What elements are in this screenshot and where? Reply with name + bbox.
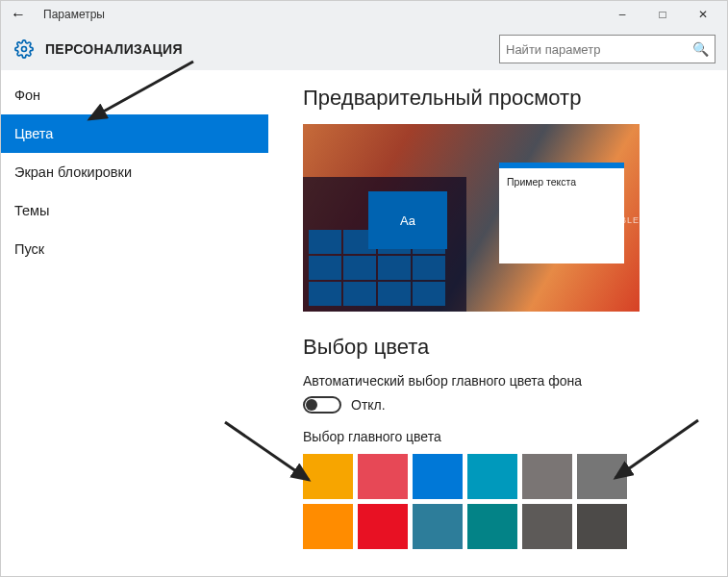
- color-swatch-0[interactable]: [303, 454, 353, 499]
- color-swatches: [303, 454, 630, 549]
- color-swatch-1[interactable]: [358, 454, 408, 499]
- header: ПЕРСОНАЛИЗАЦИЯ 🔍: [1, 28, 727, 70]
- color-swatch-3[interactable]: [467, 454, 517, 499]
- main-color-label: Выбор главного цвета: [303, 429, 727, 444]
- color-swatch-8[interactable]: [413, 504, 463, 549]
- search-icon[interactable]: 🔍: [691, 41, 709, 57]
- color-swatch-9[interactable]: [467, 504, 517, 549]
- color-swatch-4[interactable]: [522, 454, 572, 499]
- sidebar-item-colors[interactable]: Цвета: [1, 114, 268, 153]
- color-swatch-2[interactable]: [413, 454, 463, 499]
- search-input[interactable]: [506, 42, 691, 57]
- preview-heading: Предварительный просмотр: [303, 86, 727, 111]
- preview-accent-text: Aa: [400, 213, 415, 228]
- auto-accent-toggle[interactable]: [303, 396, 341, 414]
- gear-icon: [13, 38, 36, 61]
- preview-sample-text: Пример текста: [507, 176, 576, 188]
- color-swatch-5[interactable]: [577, 454, 627, 499]
- preview-accent-tile: Aa: [368, 191, 447, 249]
- color-swatch-11[interactable]: [577, 504, 627, 549]
- svg-point-0: [22, 47, 27, 52]
- sidebar-item-start[interactable]: Пуск: [1, 230, 268, 268]
- search-box[interactable]: 🔍: [499, 35, 715, 63]
- close-button[interactable]: ✕: [683, 1, 723, 28]
- titlebar: ← Параметры – □ ✕: [1, 1, 727, 28]
- color-swatch-10[interactable]: [522, 504, 572, 549]
- sidebar: Фон Цвета Экран блокировки Темы Пуск: [1, 70, 268, 577]
- color-swatch-6[interactable]: [303, 504, 353, 549]
- preview-thumbnail: Aa Пример текста DIBLE: [303, 124, 640, 312]
- sidebar-item-background[interactable]: Фон: [1, 76, 268, 114]
- preview-sample-window: Пример текста: [499, 163, 624, 263]
- auto-accent-label: Автоматический выбор главного цвета фона: [303, 373, 727, 389]
- window-title: Параметры: [32, 8, 105, 21]
- toggle-state-label: Откл.: [351, 397, 386, 413]
- choose-color-heading: Выбор цвета: [303, 335, 727, 360]
- maximize-button[interactable]: □: [642, 1, 683, 28]
- minimize-button[interactable]: –: [602, 1, 642, 28]
- color-swatch-7[interactable]: [358, 504, 408, 549]
- sidebar-item-lockscreen[interactable]: Экран блокировки: [1, 153, 268, 191]
- sidebar-item-themes[interactable]: Темы: [1, 191, 268, 230]
- back-button[interactable]: ←: [5, 6, 32, 23]
- section-title: ПЕРСОНАЛИЗАЦИЯ: [36, 41, 183, 57]
- main-panel: Предварительный просмотр Aa Пример текст…: [268, 70, 727, 577]
- preview-watermark: DIBLE: [610, 215, 640, 225]
